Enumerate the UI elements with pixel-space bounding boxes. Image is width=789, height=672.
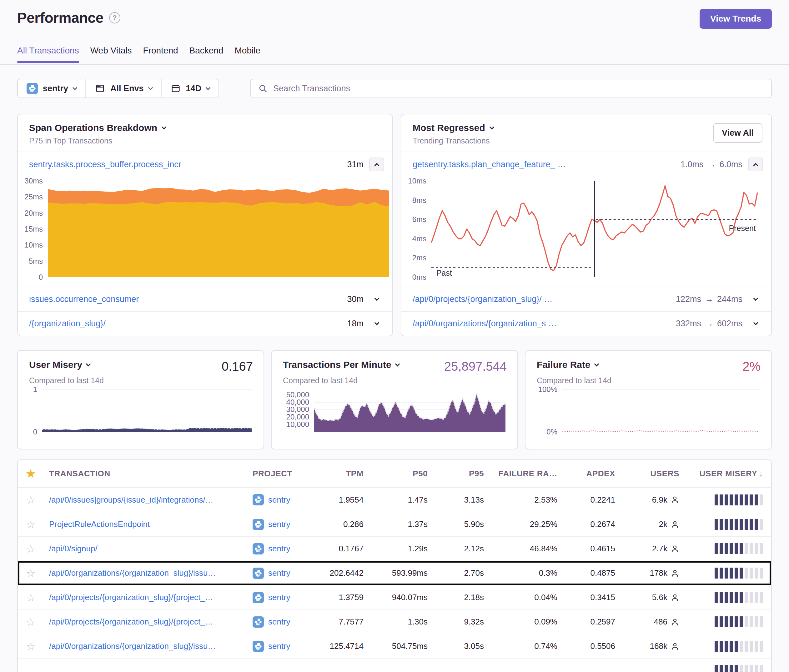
user-misery-value: 0.167 xyxy=(222,359,253,374)
column-header-p50[interactable]: P50 xyxy=(364,469,428,479)
project-filter[interactable]: sentry xyxy=(18,80,85,97)
help-icon[interactable]: ? xyxy=(109,12,120,24)
project-link[interactable]: sentry xyxy=(268,617,291,627)
view-all-button[interactable]: View All xyxy=(713,123,762,143)
column-header-apdex[interactable]: APDEX xyxy=(557,469,615,479)
collapse-button[interactable] xyxy=(748,158,763,171)
date-range-filter[interactable]: 14D xyxy=(161,80,219,97)
apdex-value: 0.4615 xyxy=(557,544,615,554)
column-header-failure-rate[interactable]: FAILURE RA… xyxy=(484,469,557,479)
span-op-value: 31m xyxy=(347,160,364,169)
expand-button[interactable] xyxy=(369,292,384,306)
tab-backend[interactable]: Backend xyxy=(189,46,224,63)
search-placeholder: Search Transactions xyxy=(273,84,350,93)
transaction-link[interactable]: /api/0/projects/{organization_slug}/{pro… xyxy=(49,592,252,602)
search-transactions-input[interactable]: Search Transactions xyxy=(250,79,772,98)
tab-web-vitals[interactable]: Web Vitals xyxy=(90,46,132,63)
span-op-link[interactable]: sentry.tasks.process_buffer.process_incr xyxy=(29,160,341,169)
users-cell: 2.7k xyxy=(615,544,679,554)
table-row[interactable] xyxy=(18,658,771,672)
row-star-icon[interactable]: ☆ xyxy=(26,616,49,628)
regressed-transaction-link[interactable]: /api/0/projects/{organization_slug}/ … xyxy=(413,294,670,304)
span-ops-title-dropdown[interactable]: Span Operations Breakdown xyxy=(29,123,381,133)
span-op-value: 18m xyxy=(347,319,364,329)
regression-to-value: 244ms xyxy=(717,294,743,304)
failure-rate-value: 46.84% xyxy=(484,544,557,554)
column-header-transaction[interactable]: TRANSACTION xyxy=(49,469,252,479)
axis-tick-label: 0% xyxy=(535,428,557,436)
regressed-transaction-link[interactable]: getsentry.tasks.plan_change_feature_ … xyxy=(413,160,675,169)
project-cell: sentry xyxy=(252,616,317,627)
row-star-icon[interactable]: ☆ xyxy=(26,591,49,604)
users-cell: 6.9k xyxy=(615,495,679,505)
environment-filter[interactable]: All Envs xyxy=(85,80,161,97)
transaction-link[interactable]: ProjectRuleActionsEndpoint xyxy=(49,519,252,529)
project-link[interactable]: sentry xyxy=(268,642,291,651)
axis-tick-label: 0 xyxy=(18,273,43,282)
project-link[interactable]: sentry xyxy=(268,592,291,602)
misery-bar xyxy=(755,616,758,627)
row-star-icon[interactable]: ☆ xyxy=(26,493,49,506)
expand-button[interactable] xyxy=(369,317,384,330)
span-op-link[interactable]: issues.occurrence_consumer xyxy=(29,294,341,304)
failure-rate-title-dropdown[interactable]: Failure Rate xyxy=(537,359,598,370)
transaction-link[interactable]: /api/0/signup/ xyxy=(49,544,252,554)
expand-button[interactable] xyxy=(748,292,763,306)
expand-button[interactable] xyxy=(748,317,763,330)
row-star-icon[interactable]: ☆ xyxy=(26,567,49,579)
misery-bar xyxy=(750,641,753,652)
axis-tick-label: 100% xyxy=(535,385,557,394)
row-star-icon[interactable]: ☆ xyxy=(26,518,49,531)
column-header-p95[interactable]: P95 xyxy=(428,469,484,479)
project-link[interactable]: sentry xyxy=(268,544,291,554)
users-value: 486 xyxy=(654,617,668,627)
column-header-tpm[interactable]: TPM xyxy=(317,469,364,479)
user-misery-bars xyxy=(679,519,763,530)
person-icon xyxy=(671,593,679,602)
table-row[interactable]: ☆ProjectRuleActionsEndpointsentry0.2861.… xyxy=(18,512,771,536)
misery-bar xyxy=(720,641,723,652)
collapse-button[interactable] xyxy=(369,158,384,171)
transaction-link[interactable]: /api/0/projects/{organization_slug}/{pro… xyxy=(49,617,252,627)
column-header-project[interactable]: PROJECT xyxy=(252,469,317,479)
most-regressed-title-dropdown[interactable]: Most Regressed xyxy=(413,123,760,133)
p50-value: 593.99ms xyxy=(364,568,428,578)
table-row[interactable]: ☆/api/0/projects/{organization_slug}/{pr… xyxy=(18,585,771,610)
tab-mobile[interactable]: Mobile xyxy=(235,46,260,63)
misery-bar xyxy=(730,592,733,603)
transactions-table: ★ TRANSACTION PROJECT TPM P50 P95 FAILUR… xyxy=(17,460,772,672)
column-header-user-misery[interactable]: USER MISERY↓ xyxy=(679,469,763,479)
transaction-link[interactable]: /api/0/issues|groups/{issue_id}/integrat… xyxy=(49,495,252,505)
misery-bar xyxy=(735,665,738,672)
misery-bar xyxy=(744,568,748,579)
failure-rate-value: 29.25% xyxy=(484,519,557,529)
table-row[interactable]: ☆/api/0/organizations/{organization_slug… xyxy=(18,561,771,585)
table-row[interactable]: ☆/api/0/signup/sentry0.17671.29s2.12s46.… xyxy=(18,536,771,561)
tab-all-transactions[interactable]: All Transactions xyxy=(17,46,79,63)
project-link[interactable]: sentry xyxy=(268,519,291,529)
user-misery-title-dropdown[interactable]: User Misery xyxy=(29,359,90,370)
row-star-icon[interactable]: ☆ xyxy=(26,543,49,555)
python-project-icon xyxy=(252,519,264,530)
table-row[interactable]: ☆/api/0/organizations/{organization_slug… xyxy=(18,634,771,658)
tab-frontend[interactable]: Frontend xyxy=(143,46,178,63)
transaction-link[interactable]: /api/0/organizations/{organization_slug}… xyxy=(49,568,252,578)
project-cell: sentry xyxy=(252,543,317,554)
project-cell: sentry xyxy=(252,641,317,652)
project-link[interactable]: sentry xyxy=(268,495,291,505)
column-header-users[interactable]: USERS xyxy=(615,469,679,479)
tpm-panel: Transactions Per Minute 25,897.544 Compa… xyxy=(271,350,518,449)
span-op-link[interactable]: /{organization_slug}/ xyxy=(29,319,341,329)
table-row[interactable]: ☆/api/0/projects/{organization_slug}/{pr… xyxy=(18,610,771,634)
transaction-link[interactable]: /api/0/organizations/{organization_slug}… xyxy=(49,642,252,651)
table-row[interactable]: ☆/api/0/issues|groups/{issue_id}/integra… xyxy=(18,488,771,512)
tpm-title-dropdown[interactable]: Transactions Per Minute xyxy=(283,359,399,370)
apdex-value: 0.3415 xyxy=(557,592,615,602)
p50-value: 504.75ms xyxy=(364,642,428,651)
project-link[interactable]: sentry xyxy=(268,568,291,578)
misery-bar xyxy=(739,568,743,579)
regressed-transaction-link[interactable]: /api/0/organizations/{organization_s … xyxy=(413,319,670,329)
view-trends-button[interactable]: View Trends xyxy=(700,9,772,29)
tpm-value: 25,897.544 xyxy=(444,359,507,374)
row-star-icon[interactable]: ☆ xyxy=(26,640,49,653)
